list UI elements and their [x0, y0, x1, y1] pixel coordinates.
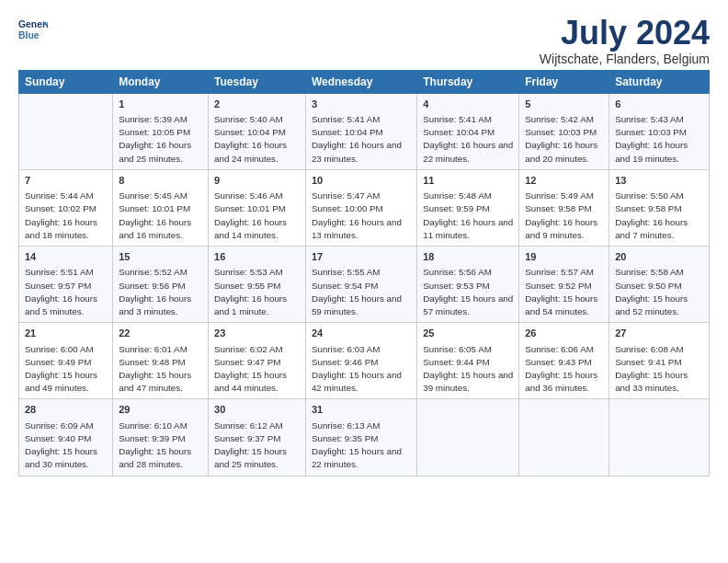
day-number: 17	[312, 250, 411, 264]
title-block: July 2024 Wijtschate, Flanders, Belgium	[540, 15, 710, 66]
day-number: 13	[615, 174, 703, 188]
calendar-cell: 15Sunrise: 5:52 AM Sunset: 9:56 PM Dayli…	[113, 247, 209, 323]
calendar-cell: 28Sunrise: 6:09 AM Sunset: 9:40 PM Dayli…	[19, 399, 113, 476]
calendar-cell: 26Sunrise: 6:06 AM Sunset: 9:43 PM Dayli…	[519, 323, 609, 399]
header-day-tuesday: Tuesday	[209, 70, 306, 93]
calendar-cell	[609, 399, 710, 476]
week-row-4: 21Sunrise: 6:00 AM Sunset: 9:49 PM Dayli…	[19, 323, 710, 399]
day-content: Sunrise: 5:42 AM Sunset: 10:03 PM Daylig…	[525, 113, 603, 166]
calendar-cell: 9Sunrise: 5:46 AM Sunset: 10:01 PM Dayli…	[209, 169, 306, 246]
day-number: 20	[615, 250, 703, 264]
calendar-cell: 31Sunrise: 6:13 AM Sunset: 9:35 PM Dayli…	[305, 399, 416, 476]
week-row-1: 1Sunrise: 5:39 AM Sunset: 10:05 PM Dayli…	[19, 93, 710, 169]
day-number: 3	[312, 98, 411, 111]
day-content: Sunrise: 5:57 AM Sunset: 9:52 PM Dayligh…	[525, 266, 603, 318]
day-number: 2	[214, 98, 300, 111]
day-content: Sunrise: 5:41 AM Sunset: 10:04 PM Daylig…	[423, 113, 513, 166]
calendar-cell: 30Sunrise: 6:12 AM Sunset: 9:37 PM Dayli…	[209, 399, 306, 476]
week-row-3: 14Sunrise: 5:51 AM Sunset: 9:57 PM Dayli…	[19, 247, 710, 323]
calendar-cell: 14Sunrise: 5:51 AM Sunset: 9:57 PM Dayli…	[19, 247, 113, 323]
day-number: 24	[312, 327, 411, 340]
day-number: 10	[312, 174, 411, 188]
calendar-cell: 18Sunrise: 5:56 AM Sunset: 9:53 PM Dayli…	[417, 247, 519, 323]
day-content: Sunrise: 6:05 AM Sunset: 9:44 PM Dayligh…	[423, 343, 513, 396]
day-content: Sunrise: 5:52 AM Sunset: 9:56 PM Dayligh…	[119, 266, 202, 318]
day-number: 1	[119, 98, 202, 111]
calendar-cell: 27Sunrise: 6:08 AM Sunset: 9:41 PM Dayli…	[609, 323, 710, 399]
day-content: Sunrise: 5:41 AM Sunset: 10:04 PM Daylig…	[312, 113, 411, 166]
day-number: 16	[214, 250, 300, 264]
day-content: Sunrise: 5:47 AM Sunset: 10:00 PM Daylig…	[312, 190, 411, 242]
subtitle: Wijtschate, Flanders, Belgium	[540, 52, 710, 66]
day-content: Sunrise: 5:43 AM Sunset: 10:03 PM Daylig…	[615, 113, 703, 166]
day-content: Sunrise: 5:44 AM Sunset: 10:02 PM Daylig…	[25, 190, 107, 242]
day-content: Sunrise: 5:49 AM Sunset: 9:58 PM Dayligh…	[525, 190, 603, 242]
day-content: Sunrise: 5:50 AM Sunset: 9:58 PM Dayligh…	[615, 190, 703, 242]
calendar-cell: 21Sunrise: 6:00 AM Sunset: 9:49 PM Dayli…	[19, 323, 113, 399]
calendar-cell	[519, 399, 609, 476]
day-content: Sunrise: 6:01 AM Sunset: 9:48 PM Dayligh…	[119, 343, 202, 396]
day-number: 6	[615, 98, 703, 111]
day-number: 12	[525, 174, 603, 188]
day-content: Sunrise: 5:39 AM Sunset: 10:05 PM Daylig…	[119, 113, 202, 166]
calendar-cell	[19, 93, 113, 169]
calendar-cell: 3Sunrise: 5:41 AM Sunset: 10:04 PM Dayli…	[305, 93, 416, 169]
calendar-cell: 12Sunrise: 5:49 AM Sunset: 9:58 PM Dayli…	[519, 169, 609, 246]
day-content: Sunrise: 6:00 AM Sunset: 9:49 PM Dayligh…	[25, 343, 107, 396]
calendar-cell: 6Sunrise: 5:43 AM Sunset: 10:03 PM Dayli…	[609, 93, 710, 169]
day-content: Sunrise: 6:13 AM Sunset: 9:35 PM Dayligh…	[312, 419, 411, 472]
header-day-friday: Friday	[519, 70, 609, 93]
day-content: Sunrise: 5:40 AM Sunset: 10:04 PM Daylig…	[214, 113, 300, 166]
calendar-cell: 22Sunrise: 6:01 AM Sunset: 9:48 PM Dayli…	[113, 323, 209, 399]
day-number: 7	[25, 174, 107, 188]
calendar-cell	[417, 399, 519, 476]
calendar-cell: 8Sunrise: 5:45 AM Sunset: 10:01 PM Dayli…	[113, 169, 209, 246]
calendar-cell: 20Sunrise: 5:58 AM Sunset: 9:50 PM Dayli…	[609, 247, 710, 323]
day-number: 21	[25, 327, 107, 340]
day-number: 18	[423, 250, 513, 264]
day-number: 26	[525, 327, 603, 340]
day-content: Sunrise: 5:55 AM Sunset: 9:54 PM Dayligh…	[312, 266, 411, 318]
calendar-cell: 16Sunrise: 5:53 AM Sunset: 9:55 PM Dayli…	[209, 247, 306, 323]
main-title: July 2024	[540, 15, 710, 52]
header-day-saturday: Saturday	[609, 70, 710, 93]
calendar-cell: 25Sunrise: 6:05 AM Sunset: 9:44 PM Dayli…	[417, 323, 519, 399]
day-content: Sunrise: 6:10 AM Sunset: 9:39 PM Dayligh…	[119, 419, 202, 472]
day-number: 19	[525, 250, 603, 264]
calendar-cell: 4Sunrise: 5:41 AM Sunset: 10:04 PM Dayli…	[417, 93, 519, 169]
calendar-cell: 17Sunrise: 5:55 AM Sunset: 9:54 PM Dayli…	[305, 247, 416, 323]
day-content: Sunrise: 5:56 AM Sunset: 9:53 PM Dayligh…	[423, 266, 513, 318]
day-content: Sunrise: 6:03 AM Sunset: 9:46 PM Dayligh…	[312, 343, 411, 396]
header-day-wednesday: Wednesday	[305, 70, 416, 93]
week-row-2: 7Sunrise: 5:44 AM Sunset: 10:02 PM Dayli…	[19, 169, 710, 246]
day-content: Sunrise: 6:09 AM Sunset: 9:40 PM Dayligh…	[25, 419, 107, 472]
day-number: 15	[119, 250, 202, 264]
day-content: Sunrise: 5:48 AM Sunset: 9:59 PM Dayligh…	[423, 190, 513, 242]
day-content: Sunrise: 6:08 AM Sunset: 9:41 PM Dayligh…	[615, 343, 703, 396]
calendar-table: SundayMondayTuesdayWednesdayThursdayFrid…	[18, 70, 710, 477]
week-row-5: 28Sunrise: 6:09 AM Sunset: 9:40 PM Dayli…	[19, 399, 710, 476]
calendar-cell: 24Sunrise: 6:03 AM Sunset: 9:46 PM Dayli…	[305, 323, 416, 399]
header-day-monday: Monday	[113, 70, 209, 93]
day-content: Sunrise: 5:51 AM Sunset: 9:57 PM Dayligh…	[25, 266, 107, 318]
calendar-cell: 11Sunrise: 5:48 AM Sunset: 9:59 PM Dayli…	[417, 169, 519, 246]
svg-text:Blue: Blue	[18, 30, 40, 40]
logo: General Blue	[18, 15, 48, 44]
day-number: 11	[423, 174, 513, 188]
calendar-cell: 10Sunrise: 5:47 AM Sunset: 10:00 PM Dayl…	[305, 169, 416, 246]
calendar-cell: 13Sunrise: 5:50 AM Sunset: 9:58 PM Dayli…	[609, 169, 710, 246]
day-content: Sunrise: 5:46 AM Sunset: 10:01 PM Daylig…	[214, 190, 300, 242]
day-content: Sunrise: 5:45 AM Sunset: 10:01 PM Daylig…	[119, 190, 202, 242]
day-content: Sunrise: 6:12 AM Sunset: 9:37 PM Dayligh…	[214, 419, 300, 472]
logo-icon: General Blue	[18, 15, 48, 44]
day-number: 28	[25, 403, 107, 417]
day-content: Sunrise: 6:02 AM Sunset: 9:47 PM Dayligh…	[214, 343, 300, 396]
calendar-cell: 7Sunrise: 5:44 AM Sunset: 10:02 PM Dayli…	[19, 169, 113, 246]
day-number: 29	[119, 403, 202, 417]
day-number: 9	[214, 174, 300, 188]
calendar-cell: 5Sunrise: 5:42 AM Sunset: 10:03 PM Dayli…	[519, 93, 609, 169]
day-number: 27	[615, 327, 703, 340]
day-number: 5	[525, 98, 603, 111]
day-number: 4	[423, 98, 513, 111]
header-day-thursday: Thursday	[417, 70, 519, 93]
